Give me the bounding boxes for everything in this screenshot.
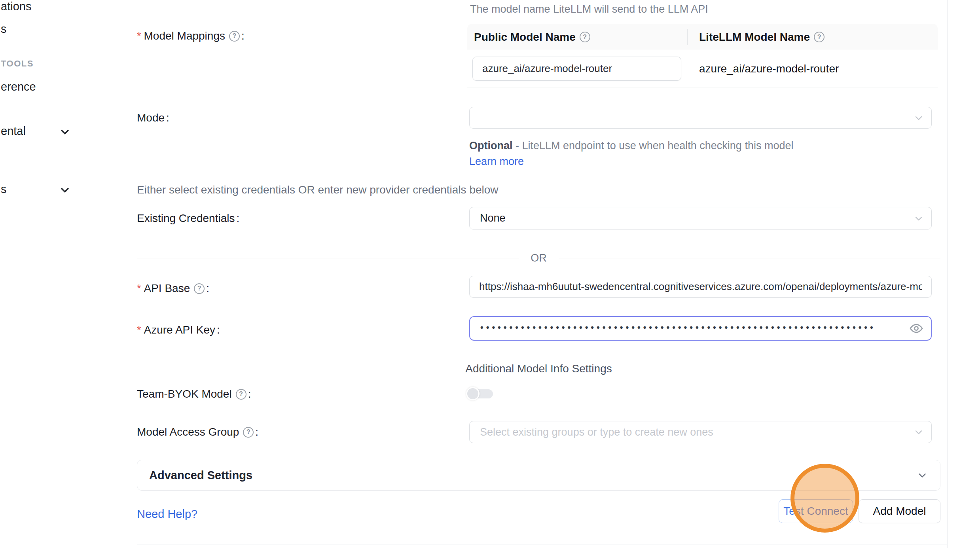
sidebar-item[interactable]: s <box>1 23 7 36</box>
chevron-down-icon <box>913 213 924 224</box>
team-byok-label: Team-BYOK Model ? : <box>137 387 251 401</box>
api-base-input[interactable] <box>469 276 932 298</box>
api-base-label: * API Base ? : <box>137 282 209 295</box>
masked-password-value: ••••••••••••••••••••••••••••••••••••••••… <box>480 322 876 333</box>
learn-more-link[interactable]: Learn more <box>469 155 524 167</box>
advanced-settings-label: Advanced Settings <box>149 469 252 482</box>
chevron-down-icon[interactable] <box>59 125 71 138</box>
model-access-group-label: Model Access Group ? : <box>137 425 258 439</box>
or-divider: OR <box>137 252 940 264</box>
sidebar-item-experimental[interactable]: ental <box>1 125 26 138</box>
column-divider <box>687 29 688 45</box>
select-placeholder: Select existing groups or type to create… <box>480 426 713 438</box>
model-access-group-select[interactable]: Select existing groups or type to create… <box>469 421 932 443</box>
chevron-down-icon <box>913 112 924 123</box>
required-mark: * <box>137 282 141 295</box>
sidebar-section-tools: TOOLS <box>1 59 34 69</box>
add-model-page: ations s TOOLS erence ental s The model … <box>0 0 980 548</box>
chevron-down-icon <box>916 469 928 481</box>
question-circle-icon[interactable]: ? <box>229 31 240 42</box>
mode-label: Mode : <box>137 111 169 125</box>
model-mappings-table-row: azure_ai/azure-model-router <box>467 50 938 87</box>
question-circle-icon[interactable]: ? <box>194 283 205 294</box>
model-mappings-table-header: Public Model Name ? LiteLLM Model Name ? <box>467 24 938 50</box>
content-bottom-border <box>137 544 947 544</box>
question-circle-icon[interactable]: ? <box>580 32 590 42</box>
sidebar-item-inference[interactable]: erence <box>1 80 36 93</box>
credentials-note: Either select existing credentials OR en… <box>137 184 499 196</box>
public-model-name-header: Public Model Name <box>474 31 576 44</box>
additional-info-divider: Additional Model Info Settings <box>137 362 940 375</box>
azure-api-key-input[interactable]: ••••••••••••••••••••••••••••••••••••••••… <box>469 316 932 341</box>
advanced-settings-panel[interactable]: Advanced Settings <box>137 460 940 491</box>
public-model-name-input[interactable] <box>472 57 681 81</box>
test-connect-button[interactable]: Test Connect <box>779 499 853 523</box>
team-byok-toggle[interactable] <box>466 387 495 400</box>
eye-icon[interactable] <box>910 322 923 335</box>
chevron-down-icon <box>913 427 924 438</box>
mode-helper-text: Optional - LiteLLM endpoint to use when … <box>469 138 798 169</box>
question-circle-icon[interactable]: ? <box>236 389 246 400</box>
mode-select[interactable] <box>469 107 932 129</box>
existing-credentials-label: Existing Credentials : <box>137 212 239 225</box>
add-model-button[interactable]: Add Model <box>859 499 940 523</box>
content-right-border <box>947 0 948 548</box>
need-help-link[interactable]: Need Help? <box>137 508 197 521</box>
sidebar-item-settings[interactable]: s <box>1 183 7 196</box>
litellm-model-name-header: LiteLLM Model Name <box>699 31 810 44</box>
existing-credentials-select[interactable]: None <box>469 207 932 229</box>
model-mappings-table: Public Model Name ? LiteLLM Model Name ?… <box>467 24 938 87</box>
chevron-down-icon[interactable] <box>59 184 71 196</box>
model-name-helper-text: The model name LiteLLM will send to the … <box>470 3 708 15</box>
model-mappings-label: * Model Mappings ? : <box>137 29 245 43</box>
sidebar: ations s TOOLS erence ental s <box>0 0 119 548</box>
question-circle-icon[interactable]: ? <box>243 427 254 438</box>
required-mark: * <box>137 29 141 43</box>
sidebar-item-organizations[interactable]: ations <box>1 0 31 13</box>
litellm-model-name-value: azure_ai/azure-model-router <box>687 63 839 75</box>
question-circle-icon[interactable]: ? <box>814 32 825 42</box>
required-mark: * <box>137 323 141 337</box>
azure-api-key-label: * Azure API Key : <box>137 323 220 337</box>
